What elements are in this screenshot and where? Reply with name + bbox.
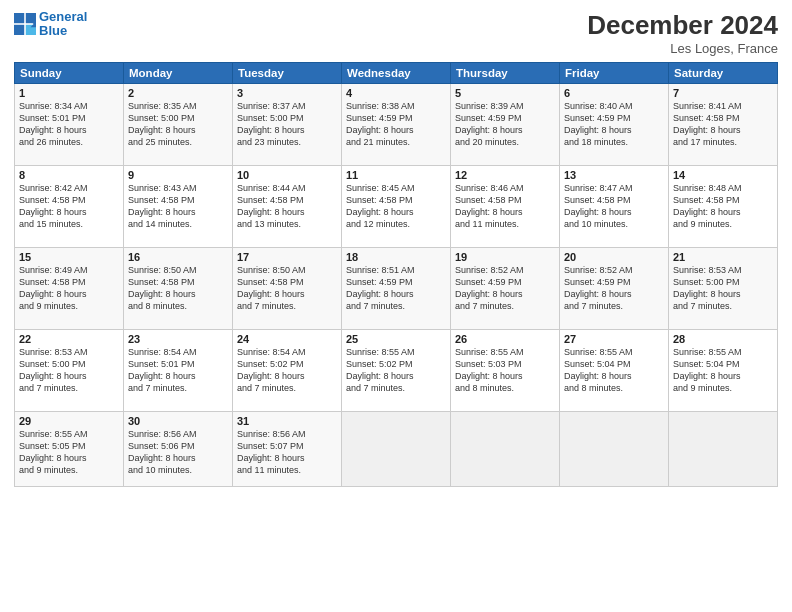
day-info: Sunrise: 8:55 AM Sunset: 5:02 PM Dayligh…: [346, 346, 446, 395]
weekday-header-tuesday: Tuesday: [233, 63, 342, 84]
calendar-cell: 27Sunrise: 8:55 AM Sunset: 5:04 PM Dayli…: [560, 330, 669, 412]
day-number: 31: [237, 415, 337, 427]
day-info: Sunrise: 8:51 AM Sunset: 4:59 PM Dayligh…: [346, 264, 446, 313]
calendar-cell: 8Sunrise: 8:42 AM Sunset: 4:58 PM Daylig…: [15, 166, 124, 248]
day-number: 22: [19, 333, 119, 345]
calendar-cell: 24Sunrise: 8:54 AM Sunset: 5:02 PM Dayli…: [233, 330, 342, 412]
calendar-cell: 6Sunrise: 8:40 AM Sunset: 4:59 PM Daylig…: [560, 84, 669, 166]
calendar-cell: 9Sunrise: 8:43 AM Sunset: 4:58 PM Daylig…: [124, 166, 233, 248]
calendar-cell: 7Sunrise: 8:41 AM Sunset: 4:58 PM Daylig…: [669, 84, 778, 166]
day-number: 11: [346, 169, 446, 181]
calendar-cell: 29Sunrise: 8:55 AM Sunset: 5:05 PM Dayli…: [15, 412, 124, 487]
day-number: 17: [237, 251, 337, 263]
day-info: Sunrise: 8:37 AM Sunset: 5:00 PM Dayligh…: [237, 100, 337, 149]
page-header: General Blue December 2024 Les Loges, Fr…: [14, 10, 778, 56]
day-info: Sunrise: 8:38 AM Sunset: 4:59 PM Dayligh…: [346, 100, 446, 149]
day-info: Sunrise: 8:55 AM Sunset: 5:04 PM Dayligh…: [564, 346, 664, 395]
day-info: Sunrise: 8:52 AM Sunset: 4:59 PM Dayligh…: [455, 264, 555, 313]
day-info: Sunrise: 8:53 AM Sunset: 5:00 PM Dayligh…: [19, 346, 119, 395]
calendar-cell: 10Sunrise: 8:44 AM Sunset: 4:58 PM Dayli…: [233, 166, 342, 248]
day-info: Sunrise: 8:55 AM Sunset: 5:04 PM Dayligh…: [673, 346, 773, 395]
day-info: Sunrise: 8:52 AM Sunset: 4:59 PM Dayligh…: [564, 264, 664, 313]
day-info: Sunrise: 8:56 AM Sunset: 5:06 PM Dayligh…: [128, 428, 228, 477]
day-info: Sunrise: 8:35 AM Sunset: 5:00 PM Dayligh…: [128, 100, 228, 149]
location: Les Loges, France: [587, 41, 778, 56]
day-number: 10: [237, 169, 337, 181]
day-number: 28: [673, 333, 773, 345]
day-number: 4: [346, 87, 446, 99]
calendar-cell: 14Sunrise: 8:48 AM Sunset: 4:58 PM Dayli…: [669, 166, 778, 248]
calendar-cell: 12Sunrise: 8:46 AM Sunset: 4:58 PM Dayli…: [451, 166, 560, 248]
day-number: 26: [455, 333, 555, 345]
day-number: 18: [346, 251, 446, 263]
calendar-cell: 13Sunrise: 8:47 AM Sunset: 4:58 PM Dayli…: [560, 166, 669, 248]
day-number: 2: [128, 87, 228, 99]
day-info: Sunrise: 8:40 AM Sunset: 4:59 PM Dayligh…: [564, 100, 664, 149]
calendar-cell: [560, 412, 669, 487]
day-info: Sunrise: 8:41 AM Sunset: 4:58 PM Dayligh…: [673, 100, 773, 149]
day-number: 6: [564, 87, 664, 99]
title-block: December 2024 Les Loges, France: [587, 10, 778, 56]
calendar-cell: [669, 412, 778, 487]
month-year: December 2024: [587, 10, 778, 41]
day-number: 16: [128, 251, 228, 263]
day-number: 14: [673, 169, 773, 181]
calendar-cell: 20Sunrise: 8:52 AM Sunset: 4:59 PM Dayli…: [560, 248, 669, 330]
calendar-cell: 4Sunrise: 8:38 AM Sunset: 4:59 PM Daylig…: [342, 84, 451, 166]
day-info: Sunrise: 8:43 AM Sunset: 4:58 PM Dayligh…: [128, 182, 228, 231]
day-info: Sunrise: 8:53 AM Sunset: 5:00 PM Dayligh…: [673, 264, 773, 313]
calendar-cell: 30Sunrise: 8:56 AM Sunset: 5:06 PM Dayli…: [124, 412, 233, 487]
calendar-cell: 1Sunrise: 8:34 AM Sunset: 5:01 PM Daylig…: [15, 84, 124, 166]
day-info: Sunrise: 8:56 AM Sunset: 5:07 PM Dayligh…: [237, 428, 337, 477]
day-number: 15: [19, 251, 119, 263]
day-info: Sunrise: 8:46 AM Sunset: 4:58 PM Dayligh…: [455, 182, 555, 231]
day-number: 12: [455, 169, 555, 181]
day-number: 13: [564, 169, 664, 181]
day-info: Sunrise: 8:55 AM Sunset: 5:05 PM Dayligh…: [19, 428, 119, 477]
calendar-cell: 22Sunrise: 8:53 AM Sunset: 5:00 PM Dayli…: [15, 330, 124, 412]
day-number: 23: [128, 333, 228, 345]
calendar-cell: 25Sunrise: 8:55 AM Sunset: 5:02 PM Dayli…: [342, 330, 451, 412]
day-number: 30: [128, 415, 228, 427]
day-info: Sunrise: 8:34 AM Sunset: 5:01 PM Dayligh…: [19, 100, 119, 149]
calendar-cell: [451, 412, 560, 487]
day-info: Sunrise: 8:42 AM Sunset: 4:58 PM Dayligh…: [19, 182, 119, 231]
day-info: Sunrise: 8:54 AM Sunset: 5:02 PM Dayligh…: [237, 346, 337, 395]
weekday-header-wednesday: Wednesday: [342, 63, 451, 84]
calendar-cell: 23Sunrise: 8:54 AM Sunset: 5:01 PM Dayli…: [124, 330, 233, 412]
logo-text: General Blue: [39, 10, 87, 39]
day-number: 20: [564, 251, 664, 263]
calendar-cell: [342, 412, 451, 487]
day-number: 19: [455, 251, 555, 263]
calendar-cell: 11Sunrise: 8:45 AM Sunset: 4:58 PM Dayli…: [342, 166, 451, 248]
day-number: 29: [19, 415, 119, 427]
calendar: SundayMondayTuesdayWednesdayThursdayFrid…: [14, 62, 778, 487]
calendar-cell: 21Sunrise: 8:53 AM Sunset: 5:00 PM Dayli…: [669, 248, 778, 330]
day-number: 3: [237, 87, 337, 99]
day-number: 1: [19, 87, 119, 99]
weekday-header-friday: Friday: [560, 63, 669, 84]
day-number: 24: [237, 333, 337, 345]
day-info: Sunrise: 8:50 AM Sunset: 4:58 PM Dayligh…: [128, 264, 228, 313]
day-number: 21: [673, 251, 773, 263]
calendar-cell: 28Sunrise: 8:55 AM Sunset: 5:04 PM Dayli…: [669, 330, 778, 412]
day-number: 27: [564, 333, 664, 345]
calendar-cell: 2Sunrise: 8:35 AM Sunset: 5:00 PM Daylig…: [124, 84, 233, 166]
day-info: Sunrise: 8:45 AM Sunset: 4:58 PM Dayligh…: [346, 182, 446, 231]
weekday-header-saturday: Saturday: [669, 63, 778, 84]
weekday-header-thursday: Thursday: [451, 63, 560, 84]
calendar-cell: 19Sunrise: 8:52 AM Sunset: 4:59 PM Dayli…: [451, 248, 560, 330]
svg-rect-2: [14, 25, 24, 35]
calendar-cell: 15Sunrise: 8:49 AM Sunset: 4:58 PM Dayli…: [15, 248, 124, 330]
weekday-header-monday: Monday: [124, 63, 233, 84]
day-info: Sunrise: 8:55 AM Sunset: 5:03 PM Dayligh…: [455, 346, 555, 395]
day-number: 5: [455, 87, 555, 99]
day-info: Sunrise: 8:50 AM Sunset: 4:58 PM Dayligh…: [237, 264, 337, 313]
day-info: Sunrise: 8:54 AM Sunset: 5:01 PM Dayligh…: [128, 346, 228, 395]
calendar-cell: 31Sunrise: 8:56 AM Sunset: 5:07 PM Dayli…: [233, 412, 342, 487]
day-number: 8: [19, 169, 119, 181]
day-info: Sunrise: 8:48 AM Sunset: 4:58 PM Dayligh…: [673, 182, 773, 231]
day-info: Sunrise: 8:49 AM Sunset: 4:58 PM Dayligh…: [19, 264, 119, 313]
calendar-cell: 3Sunrise: 8:37 AM Sunset: 5:00 PM Daylig…: [233, 84, 342, 166]
day-info: Sunrise: 8:44 AM Sunset: 4:58 PM Dayligh…: [237, 182, 337, 231]
